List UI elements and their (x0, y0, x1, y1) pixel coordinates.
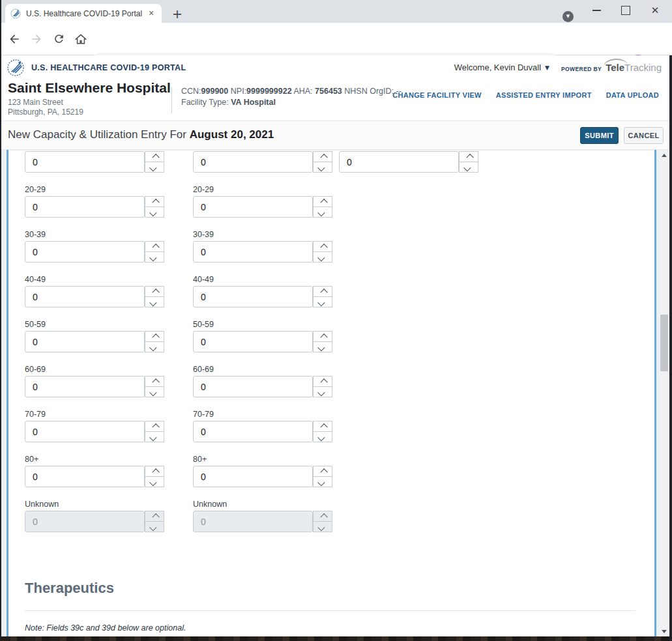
field-40-49-col1: 40-49 (25, 275, 164, 307)
field-unknown-col2: Unknown (193, 500, 332, 532)
window-close-button[interactable]: ✕ (646, 3, 664, 18)
spin-down-button[interactable] (313, 251, 332, 263)
assisted-entry-import-link[interactable]: ASSISTED ENTRY IMPORT (496, 91, 592, 99)
spin-down-button[interactable] (313, 476, 332, 487)
number-input[interactable] (25, 421, 145, 442)
cancel-button[interactable]: CANCEL (624, 127, 664, 144)
spin-down-button[interactable] (145, 386, 164, 397)
spin-up-button (145, 511, 164, 522)
spin-up-button[interactable] (145, 151, 164, 162)
number-input[interactable] (193, 331, 313, 352)
spin-up-button[interactable] (313, 331, 332, 342)
number-input[interactable] (25, 286, 145, 307)
number-input[interactable] (25, 466, 145, 487)
user-menu[interactable]: Welcome, Kevin Duvall ▼ (454, 63, 549, 72)
spin-up-button[interactable] (313, 466, 332, 477)
tab-close-icon[interactable]: ✕ (146, 8, 156, 19)
spin-down-button[interactable] (145, 431, 164, 442)
new-tab-button[interactable]: + (169, 6, 185, 21)
app-header: U.S. HEALTHCARE COVID-19 PORTAL Welcome,… (0, 55, 672, 80)
spin-down-button[interactable] (313, 207, 332, 218)
spin-up-button[interactable] (145, 286, 164, 297)
therapeutics-heading: Therapeutics (25, 580, 114, 597)
spin-up-button[interactable] (313, 196, 332, 207)
entry-title: New Capacity & Utilization Entry For Aug… (8, 128, 274, 141)
number-input[interactable] (193, 241, 313, 263)
spin-down-button[interactable] (459, 162, 478, 173)
field-20-29-col1: 20-29 (25, 185, 164, 218)
spin-down-button[interactable] (145, 207, 164, 218)
spin-down-button[interactable] (145, 162, 164, 173)
field-40-49-col2: 40-49 (193, 275, 332, 307)
field-30-39-col1: 30-39 (25, 230, 164, 263)
number-input[interactable] (193, 151, 313, 173)
browser-tab[interactable]: U.S. Healthcare COVID-19 Portal ✕ (5, 4, 162, 23)
field-70-79-col1: 70-79 (25, 410, 164, 442)
field-50-59-col1: 50-59 (25, 320, 164, 352)
window-minimize-button[interactable] (587, 3, 606, 18)
spin-down-button[interactable] (313, 296, 332, 307)
spin-up-button[interactable] (145, 241, 164, 252)
facility-name: Saint Elsewhere Hospital (8, 80, 171, 96)
hhs-logo-icon (7, 59, 25, 77)
spin-up-button[interactable] (459, 151, 478, 162)
spin-down-button[interactable] (313, 431, 332, 442)
spin-down-button[interactable] (145, 476, 164, 487)
spin-up-button[interactable] (145, 466, 164, 477)
portal-title: U.S. HEALTHCARE COVID-19 PORTAL (31, 63, 186, 72)
chevron-down-icon: ▼ (545, 64, 549, 71)
spin-down-button[interactable] (145, 251, 164, 263)
number-input[interactable] (193, 376, 313, 397)
spin-up-button (313, 511, 332, 522)
number-input[interactable] (25, 151, 145, 173)
spin-up-button[interactable] (145, 421, 164, 432)
number-input[interactable] (25, 331, 145, 352)
spin-up-button[interactable] (313, 286, 332, 297)
spin-down-button[interactable] (313, 386, 332, 397)
vertical-scrollbar[interactable] (659, 150, 669, 637)
spin-up-button[interactable] (313, 151, 332, 162)
spin-up-button[interactable] (313, 376, 332, 387)
reload-icon[interactable] (51, 31, 66, 47)
spin-down-button[interactable] (313, 341, 332, 352)
home-icon[interactable] (73, 31, 89, 47)
tab-favicon-hhs-icon (10, 8, 21, 19)
spin-down-button[interactable] (145, 341, 164, 352)
number-input[interactable] (193, 421, 313, 442)
facility-bar: Saint Elsewhere Hospital 123 Main Street… (0, 79, 672, 121)
browser-toolbar: teletracking.protect.hhs.gov/newentry ☆ … (0, 23, 672, 55)
data-upload-link[interactable]: DATA UPLOAD (606, 91, 659, 99)
forward-icon[interactable] (29, 31, 44, 47)
spin-down-button[interactable] (145, 296, 164, 307)
number-input[interactable] (25, 376, 145, 397)
field-60-69-col2: 60-69 (193, 365, 332, 397)
spin-up-button[interactable] (313, 421, 332, 432)
spin-up-button[interactable] (145, 196, 164, 207)
number-field-group (193, 151, 332, 173)
spin-up-button[interactable] (145, 376, 164, 387)
number-input[interactable] (193, 286, 313, 307)
field-30-39-col2: 30-39 (193, 230, 332, 263)
number-input[interactable] (25, 196, 145, 218)
media-controls-button[interactable]: ▼ (562, 11, 574, 22)
field-60-69-col1: 60-69 (25, 365, 164, 397)
scroll-down-arrow-icon[interactable] (659, 626, 669, 636)
spin-down-button[interactable] (313, 162, 332, 173)
number-input[interactable] (339, 151, 459, 173)
window-edge (0, 0, 1, 641)
divider (0, 149, 672, 150)
browser-window: U.S. Healthcare COVID-19 Portal ✕ + ▼ ✕ (0, 0, 672, 641)
number-input[interactable] (193, 196, 313, 218)
submit-button[interactable]: SUBMIT (580, 127, 619, 144)
change-facility-view-link[interactable]: CHANGE FACILITY VIEW (392, 91, 482, 99)
window-maximize-button[interactable] (617, 3, 635, 18)
spin-up-button[interactable] (145, 331, 164, 342)
field-80plus-col2: 80+ (193, 455, 332, 487)
number-input[interactable] (25, 241, 145, 263)
back-icon[interactable] (7, 31, 22, 47)
number-input[interactable] (193, 466, 313, 487)
scrollbar-thumb[interactable] (660, 315, 668, 371)
optional-fields-note: Note: Fields 39c and 39d below are optio… (25, 623, 186, 633)
scroll-up-arrow-icon[interactable] (659, 150, 669, 160)
spin-up-button[interactable] (313, 241, 332, 252)
